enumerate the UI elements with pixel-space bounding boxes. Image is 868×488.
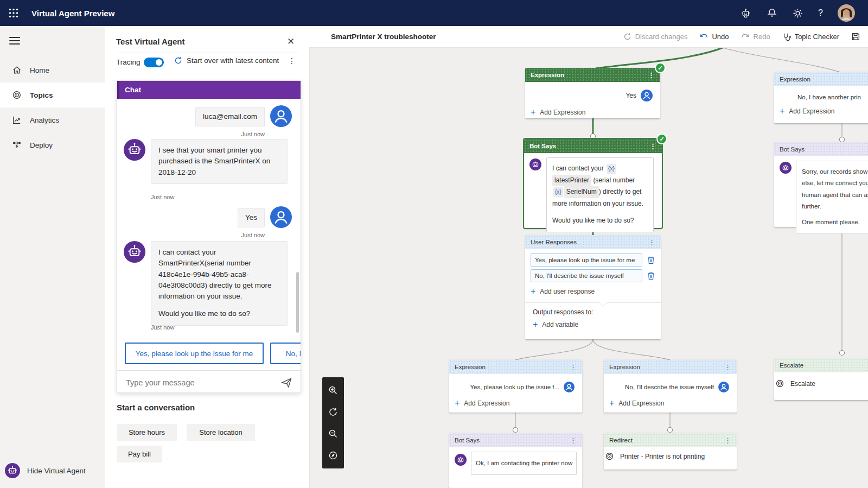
node-header-label: Expression xyxy=(531,72,564,78)
stethoscope-icon xyxy=(782,33,791,41)
add-icon: + xyxy=(609,399,614,408)
redirect-target-label: Printer - Printer is not printing xyxy=(620,453,705,460)
add-icon: + xyxy=(455,399,459,408)
delete-trash-icon[interactable] xyxy=(647,256,655,264)
suggested-action-button[interactable]: Yes, please look up the issue for me xyxy=(125,343,264,364)
node-header-label: Redirect xyxy=(609,437,633,443)
conversation-starter-button[interactable]: Store hours xyxy=(117,424,177,441)
kebab-menu-icon[interactable]: ⋮ xyxy=(647,239,657,246)
add-user-response-button[interactable]: + Add user response xyxy=(531,287,655,296)
sidebar-item-label: Deploy xyxy=(30,141,53,149)
node-user-responses[interactable]: User Responses ⋮ + Add user response xyxy=(525,235,661,339)
sidebar-item-topics[interactable]: Topics xyxy=(0,83,105,107)
discard-icon xyxy=(623,33,631,41)
node-header-label: User Responses xyxy=(531,239,577,245)
bot-icon[interactable] xyxy=(740,8,751,19)
undo-icon xyxy=(699,33,708,41)
trace-check-icon: ✓ xyxy=(656,134,667,144)
add-expression-button[interactable]: + Add Expression xyxy=(609,399,731,408)
suggested-action-button[interactable]: No, I'll describe the issue myself xyxy=(270,343,301,364)
expression-value: No, I have another prin xyxy=(780,91,868,100)
add-icon: + xyxy=(531,287,535,296)
add-icon: + xyxy=(780,107,784,116)
node-expression-yes[interactable]: Expression ⋮ Yes + Add Expression ✓ xyxy=(525,68,660,118)
node-expression-no-branch[interactable]: Expression ⋮ No, I'll describe the issue… xyxy=(604,360,737,413)
node-escalate[interactable]: Escalate Escalate xyxy=(774,358,868,400)
add-variable-button[interactable]: + Add variable xyxy=(533,320,655,329)
node-expression-yes-branch[interactable]: Expression ⋮ Yes, please look up the iss… xyxy=(449,360,582,413)
start-over-button[interactable]: Start over with latest content xyxy=(174,56,279,65)
chat-message-input[interactable] xyxy=(125,376,273,390)
hamburger-menu-icon[interactable] xyxy=(9,37,20,45)
discard-changes-button[interactable]: Discard changes xyxy=(623,33,688,41)
sidebar-item-deploy[interactable]: Deploy xyxy=(0,132,105,157)
node-bot-says-main[interactable]: Bot Says ⋮ I can contact your {x}latestP… xyxy=(524,139,662,228)
kebab-menu-icon[interactable]: ⋮ xyxy=(646,72,656,79)
panel-title: Test Virtual Agent xyxy=(116,37,184,46)
kebab-menu-icon[interactable]: ⋮ xyxy=(568,364,578,371)
node-header-label: Escalate xyxy=(780,362,803,369)
sidebar-item-label: Analytics xyxy=(30,116,59,124)
kebab-menu-icon[interactable]: ⋮ xyxy=(723,364,733,371)
app-title: Virtual Agent Preview xyxy=(31,9,114,18)
help-icon[interactable]: ? xyxy=(818,8,823,18)
topic-icon xyxy=(605,452,614,461)
node-redirect[interactable]: Redirect ⋮ Printer - Printer is not prin… xyxy=(604,433,737,470)
output-responses-label: Output responses to: xyxy=(533,308,655,316)
chat-scrollbar[interactable] xyxy=(296,272,299,333)
bot-message-editor[interactable]: I can contact your {x}latestPrinter (ser… xyxy=(546,157,654,232)
zoom-in-icon[interactable] xyxy=(328,385,339,396)
sidebar-item-home[interactable]: Home xyxy=(0,58,105,83)
sidebar-item-label: Home xyxy=(30,66,49,74)
close-icon[interactable]: ✕ xyxy=(287,36,295,47)
refresh-icon xyxy=(174,56,182,65)
node-bot-says-contacting[interactable]: Bot Says ⋮ Ok, I am contacting the print… xyxy=(449,433,582,488)
add-expression-button[interactable]: + Add Expression xyxy=(455,399,577,408)
conversation-starter-button[interactable]: Pay bill xyxy=(117,446,162,462)
bot-avatar-icon xyxy=(529,159,541,170)
node-bot-says-escalation[interactable]: Bot Says Sorry, our records show so else… xyxy=(774,142,868,227)
test-virtual-agent-panel: Test Virtual Agent ✕ Tracing Start over … xyxy=(105,26,309,488)
user-response-input[interactable] xyxy=(531,269,642,282)
send-icon[interactable] xyxy=(280,376,293,389)
start-over-label: Start over with latest content xyxy=(187,56,279,65)
expression-value: No, I'll describe the issue myself xyxy=(625,384,714,390)
reset-view-icon[interactable] xyxy=(328,407,339,417)
node-header-label: Expression xyxy=(455,364,486,370)
compass-icon[interactable] xyxy=(328,450,339,461)
redo-button[interactable]: Redo xyxy=(741,33,770,41)
variable-chip[interactable]: SerielNum xyxy=(564,186,599,198)
variable-chip[interactable]: latestPrinter xyxy=(552,175,591,187)
deploy-icon xyxy=(12,140,22,150)
conversation-starter-button[interactable]: Store location xyxy=(187,424,255,441)
top-bar: Virtual Agent Preview ? xyxy=(0,0,868,26)
panel-kebab-menu-icon[interactable]: ⋮ xyxy=(288,56,296,65)
add-expression-button[interactable]: + Add Expression xyxy=(531,108,655,117)
variable-icon: {x} xyxy=(607,164,616,174)
user-avatar-icon xyxy=(270,105,292,127)
app-launcher-icon[interactable] xyxy=(0,0,27,26)
tracing-toggle[interactable] xyxy=(144,58,164,67)
kebab-menu-icon[interactable]: ⋮ xyxy=(568,437,578,444)
canvas-zoom-toolbar xyxy=(322,377,344,468)
node-header-label: Expression xyxy=(780,76,810,83)
hide-virtual-agent-button[interactable]: Hide Virtual Agent xyxy=(0,459,110,483)
user-avatar[interactable] xyxy=(838,4,855,22)
save-button[interactable] xyxy=(851,32,860,41)
notifications-icon[interactable] xyxy=(766,8,777,19)
kebab-menu-icon[interactable]: ⋮ xyxy=(723,437,733,444)
bot-message-editor[interactable]: Sorry, our records show so else, let me … xyxy=(796,161,868,233)
undo-button[interactable]: Undo xyxy=(699,33,729,41)
sidebar-item-analytics[interactable]: Analytics xyxy=(0,107,105,132)
chat-message-user: Yes xyxy=(238,208,265,227)
bot-message-editor[interactable]: Ok, I am contacting the printer now xyxy=(471,452,577,475)
zoom-out-icon[interactable] xyxy=(328,428,339,439)
settings-gear-icon[interactable] xyxy=(792,8,803,19)
node-expression-another-printer[interactable]: Expression ⋮ No, I have another prin + A… xyxy=(774,72,868,123)
delete-trash-icon[interactable] xyxy=(647,271,655,280)
user-response-input[interactable] xyxy=(531,253,642,267)
kebab-menu-icon[interactable]: ⋮ xyxy=(648,143,658,150)
topic-checker-button[interactable]: Topic Checker xyxy=(782,33,839,41)
chat-message-bot: I can contact your SmartPrinterX(serial … xyxy=(151,241,288,326)
add-expression-button[interactable]: + Add Expression xyxy=(780,107,868,116)
